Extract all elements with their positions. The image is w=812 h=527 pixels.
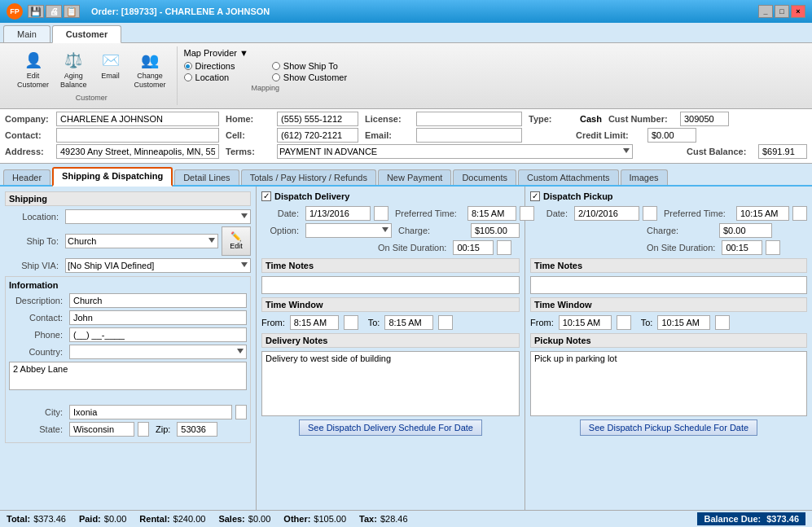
tab-header[interactable]: Header	[3, 169, 50, 185]
pickup-charge-field[interactable]	[719, 223, 772, 238]
city-scroll[interactable]	[235, 405, 247, 419]
delivery-date-dropdown[interactable]	[374, 206, 388, 221]
info-contact-label: Contact:	[9, 313, 66, 323]
to-dropdown[interactable]	[438, 315, 453, 330]
from-field[interactable]	[290, 315, 339, 330]
pickup-pref-time-field[interactable]	[736, 206, 789, 221]
tab-documents[interactable]: Documents	[453, 169, 516, 185]
desc-field[interactable]	[69, 293, 247, 308]
address-text-area[interactable]: 2 Abbey Lane	[9, 362, 247, 390]
charge-field[interactable]	[471, 223, 520, 238]
info-contact-field[interactable]	[69, 310, 247, 325]
location-option[interactable]: Location	[184, 72, 259, 82]
show-customer-radio[interactable]	[272, 73, 280, 81]
phone-field[interactable]	[69, 327, 247, 342]
maximize-btn[interactable]: □	[775, 5, 789, 18]
country-select[interactable]	[69, 345, 247, 359]
title-bar: FP 💾 🖨 📋 Order: [189733] - CHARLENE A JO…	[0, 0, 812, 23]
pickup-notes-field[interactable]: Pick up in parking lot	[530, 351, 807, 416]
edit-customer-button[interactable]: 👤 EditCustomer	[13, 46, 53, 92]
email-field[interactable]	[416, 128, 522, 143]
pickup-time-notes-label: Time Notes	[530, 258, 807, 273]
other-label: Other:	[283, 514, 310, 524]
contact-field[interactable]	[56, 128, 219, 143]
tab-totals[interactable]: Totals / Pay History / Refunds	[241, 169, 376, 185]
on-site-dropdown[interactable]	[497, 240, 511, 255]
tab-detail-lines[interactable]: Detail Lines	[174, 169, 239, 185]
state-field[interactable]	[69, 422, 134, 437]
pickup-date-dropdown[interactable]	[643, 206, 657, 221]
change-customer-button[interactable]: 👥 ChangeCustomer	[130, 46, 170, 92]
map-provider-dropdown[interactable]: Map Provider ▼	[184, 48, 348, 58]
credit-limit-field[interactable]	[647, 128, 696, 143]
pickup-from-field[interactable]	[559, 315, 612, 330]
quick-btn-3[interactable]: 📋	[64, 5, 80, 18]
pickup-from-dropdown[interactable]	[617, 315, 631, 330]
quick-btn-2[interactable]: 🖨	[46, 5, 62, 18]
zip-field[interactable]	[177, 422, 217, 437]
cell-field[interactable]	[277, 128, 358, 143]
email-button[interactable]: ✉️ Email	[94, 46, 127, 92]
pickup-to-field[interactable]	[657, 315, 710, 330]
city-field[interactable]	[69, 405, 232, 419]
delivery-notes-field[interactable]: Delivery to west side of building	[261, 351, 520, 416]
minimize-btn[interactable]: _	[758, 5, 773, 18]
sales-label: Sales:	[218, 514, 244, 524]
to-field[interactable]	[384, 315, 433, 330]
from-dropdown[interactable]	[344, 315, 358, 330]
show-ship-to-option[interactable]: Show Ship To	[272, 61, 347, 71]
delivery-date-field[interactable]	[305, 206, 371, 221]
quick-btn-1[interactable]: 💾	[28, 5, 44, 18]
cust-balance-field[interactable]	[758, 144, 807, 159]
pickup-time-notes-field[interactable]	[530, 276, 807, 294]
location-select[interactable]	[65, 209, 251, 224]
pickup-charge-label: Charge:	[647, 226, 716, 235]
pickup-on-site-dropdown[interactable]	[766, 240, 780, 255]
pickup-on-site-field[interactable]	[722, 240, 762, 255]
balance-due-value: $373.46	[766, 514, 799, 524]
dispatch-delivery-checkbox[interactable]	[261, 191, 271, 201]
tab-customer[interactable]: Customer	[52, 25, 121, 43]
tab-custom-attachments[interactable]: Custom Attachments	[518, 169, 619, 185]
location-radio[interactable]	[184, 73, 192, 81]
directions-option[interactable]: Directions	[184, 61, 259, 71]
type-value: Cash	[580, 114, 602, 124]
option-select[interactable]	[305, 223, 392, 238]
close-btn[interactable]: ×	[791, 5, 805, 18]
toolbar: 👤 EditCustomer ⚖️ AgingBalance ✉️ Email …	[0, 43, 812, 109]
delivery-notes-label: Delivery Notes	[261, 333, 520, 348]
tab-shipping-dispatching[interactable]: Shipping & Dispatching	[52, 167, 173, 187]
tab-main[interactable]: Main	[3, 25, 50, 42]
pickup-pref-time-dropdown[interactable]	[792, 206, 807, 221]
pickup-date-field[interactable]	[574, 206, 639, 221]
pickup-schedule-button[interactable]: See Dispatch Pickup Schedule For Date	[580, 419, 757, 436]
tax-label: Tax:	[359, 514, 377, 524]
tab-new-payment[interactable]: New Payment	[378, 169, 451, 185]
content-area: Shipping Location: Ship To: Church ✏️ Ed…	[0, 187, 812, 510]
from-label: From:	[261, 318, 285, 327]
state-scroll[interactable]	[138, 422, 149, 437]
terms-field[interactable]: PAYMENT IN ADVANCE	[277, 144, 633, 159]
address-field[interactable]	[56, 144, 219, 159]
directions-radio[interactable]	[184, 62, 192, 70]
delivery-schedule-button[interactable]: See Dispatch Delivery Schedule For Date	[299, 419, 482, 436]
ship-via-select[interactable]: [No Ship VIA Defined]	[65, 258, 251, 273]
license-field[interactable]	[416, 112, 522, 126]
ship-to-edit-button[interactable]: ✏️ Edit	[222, 226, 251, 256]
pref-time-field[interactable]	[467, 206, 516, 221]
show-customer-option[interactable]: Show Customer	[272, 72, 347, 82]
pickup-to-dropdown[interactable]	[715, 315, 730, 330]
aging-balance-button[interactable]: ⚖️ AgingBalance	[56, 46, 91, 92]
ship-to-select[interactable]: Church	[65, 234, 218, 248]
tab-images[interactable]: Images	[621, 169, 668, 185]
company-field[interactable]	[56, 112, 219, 126]
on-site-field[interactable]	[453, 240, 494, 255]
home-field[interactable]	[277, 112, 358, 126]
time-notes-field[interactable]	[261, 276, 520, 294]
balance-due-label: Balance Due:	[704, 514, 761, 524]
pickup-pref-time-label: Preferred Time:	[664, 209, 733, 218]
show-ship-to-radio[interactable]	[272, 62, 280, 70]
dispatch-pickup-checkbox[interactable]	[530, 191, 540, 201]
cust-number-field[interactable]	[680, 112, 729, 126]
pickup-date-label: Date:	[530, 209, 571, 218]
